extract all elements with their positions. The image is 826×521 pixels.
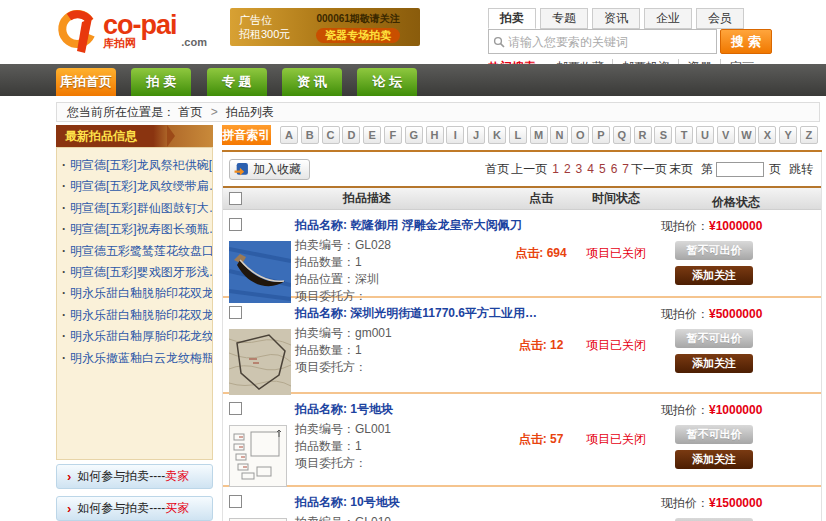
pinyin-letter[interactable]: C [322, 126, 340, 144]
search-box [488, 29, 717, 54]
pinyin-letter[interactable]: X [758, 126, 776, 144]
list-item[interactable]: 明永乐甜白釉厚胎印花龙纹… [62, 326, 209, 347]
page-number[interactable]: 1 [552, 162, 559, 176]
select-item-checkbox[interactable] [229, 218, 242, 231]
list-item[interactable]: 明宣德[五彩]群仙图鼓钉大… [62, 198, 209, 219]
nav-topics[interactable]: 专 题 [207, 68, 267, 96]
item-photo[interactable] [229, 329, 295, 395]
page-next[interactable]: 下一页 [631, 161, 667, 178]
pinyin-letter[interactable]: I [446, 126, 464, 144]
item-title-link[interactable]: 拍品名称: 1号地块 [295, 401, 511, 418]
item-title-link[interactable]: 拍品名称: 10号地块 [295, 494, 511, 511]
pinyin-letter[interactable]: O [571, 126, 589, 144]
pinyin-letter[interactable]: R [634, 126, 652, 144]
jump-page-input[interactable] [716, 162, 764, 177]
item-photo[interactable] [229, 241, 295, 303]
logo-text: co-pai 库拍网 .com [103, 12, 207, 51]
list-item[interactable]: 明宣德[五彩]龙凤祭祀供碗[… [62, 155, 209, 176]
page-first[interactable]: 首页 [485, 161, 509, 178]
pinyin-letter[interactable]: E [363, 126, 381, 144]
click-label: 点击: [519, 338, 547, 352]
pinyin-letter[interactable]: F [384, 126, 402, 144]
pinyin-letter[interactable]: L [509, 126, 527, 144]
map-image [229, 329, 291, 395]
item-quantity: 拍品数量：1 [295, 254, 511, 271]
pinyin-letter[interactable]: Y [779, 126, 797, 144]
pinyin-letter[interactable]: Q [613, 126, 631, 144]
nav-news[interactable]: 资 讯 [282, 68, 342, 96]
status-text: 项目已关闭 [586, 431, 646, 448]
select-item-checkbox[interactable] [229, 402, 242, 415]
page-number[interactable]: 3 [576, 162, 583, 176]
item-title-link[interactable]: 拍品名称: 深圳光明街道11770.6平方工业用… [295, 305, 511, 322]
guide-buyer-link[interactable]: 如何参与拍卖----买家 [56, 496, 213, 521]
list-item[interactable]: 明宣德[五彩]祝寿图长颈瓶… [62, 219, 209, 240]
pinyin-letter[interactable]: N [550, 126, 568, 144]
pinyin-index-label: 拼音索引 [222, 125, 271, 145]
guide-label: 如何参与拍卖---- [77, 468, 165, 485]
search-button[interactable]: 搜 索 [720, 29, 772, 54]
pinyin-letter[interactable]: T [675, 126, 693, 144]
ad-banner[interactable]: 广告位 招租300元 000061期敬请关注 瓷器专场拍卖 [230, 8, 420, 46]
tab-members[interactable]: 会员 [696, 8, 744, 29]
pinyin-letter[interactable]: S [654, 126, 672, 144]
pinyin-letter[interactable]: J [467, 126, 485, 144]
tab-news[interactable]: 资讯 [592, 8, 640, 29]
page: co-pai 库拍网 .com 广告位 招租300元 000061期敬请关注 瓷… [0, 0, 826, 521]
pinyin-letter[interactable]: D [342, 126, 360, 144]
site-plan-image [229, 425, 287, 487]
tab-auction[interactable]: 拍卖 [488, 8, 536, 29]
page-prev[interactable]: 上一页 [511, 161, 547, 178]
breadcrumb-home[interactable]: 首页 [178, 105, 202, 119]
pinyin-letter[interactable]: W [738, 126, 756, 144]
item-title-link[interactable]: 拍品名称: 乾隆御用 浮雕金龙皇帝大阅佩刀 [295, 217, 511, 234]
select-item-checkbox[interactable] [229, 495, 242, 508]
select-all-checkbox[interactable] [229, 192, 242, 205]
add-follow-button[interactable]: 添加关注 [675, 450, 753, 469]
pinyin-letter[interactable]: P [592, 126, 610, 144]
list-item[interactable]: 明永乐撒蓝釉白云龙纹梅瓶[… [62, 348, 209, 369]
add-favorite-button[interactable]: 加入收藏 [229, 159, 310, 180]
header-clicks: 点击 [511, 190, 571, 207]
list-item[interactable]: 明宣德五彩鹭鸶莲花纹盘口… [62, 241, 209, 262]
pinyin-letter[interactable]: Z [800, 126, 818, 144]
item-location: 拍品位置：深圳 [295, 271, 511, 288]
pinyin-letter[interactable]: G [405, 126, 423, 144]
page-number[interactable]: 2 [564, 162, 571, 176]
page-number[interactable]: 5 [599, 162, 606, 176]
pinyin-letter[interactable]: B [301, 126, 319, 144]
table-header: 拍品描述 点击 时间状态 价格状态 [223, 186, 821, 210]
item-photo[interactable] [229, 425, 295, 487]
click-value: 12 [550, 338, 563, 352]
pinyin-letter[interactable]: V [717, 126, 735, 144]
add-follow-button[interactable]: 添加关注 [675, 354, 753, 373]
list-item[interactable]: 明宣德[五彩]龙凤纹绶带扁… [62, 176, 209, 197]
status-text: 项目已关闭 [586, 337, 646, 354]
main-nav: 库拍首页 拍 卖 专 题 资 讯 论 坛 [0, 64, 826, 96]
page-number[interactable]: 7 [622, 162, 629, 176]
nav-home[interactable]: 库拍首页 [56, 68, 116, 96]
select-item-checkbox[interactable] [229, 306, 242, 319]
pinyin-letter[interactable]: K [488, 126, 506, 144]
pinyin-letter[interactable]: A [280, 126, 298, 144]
pinyin-letter[interactable]: M [530, 126, 548, 144]
tab-enterprise[interactable]: 企业 [644, 8, 692, 29]
nav-forum[interactable]: 论 坛 [357, 68, 417, 96]
guide-seller-link[interactable]: 如何参与拍卖----卖家 [56, 464, 213, 489]
list-item[interactable]: 明永乐甜白釉脱胎印花双龙… [62, 305, 209, 326]
copai-logo[interactable]: co-pai 库拍网 .com [56, 4, 207, 58]
add-follow-button[interactable]: 添加关注 [675, 266, 753, 285]
list-item[interactable]: 明宣德[五彩]婴戏图牙形浅… [62, 262, 209, 283]
pinyin-letter[interactable]: H [426, 126, 444, 144]
jump-go-button[interactable]: 跳转 [789, 161, 813, 178]
page-number[interactable]: 4 [587, 162, 594, 176]
guide-em: 买家 [165, 500, 189, 517]
pinyin-index-row: 拼音索引 A B C D E F G H I J K L M N O P Q R… [222, 125, 822, 145]
page-last[interactable]: 末页 [669, 161, 693, 178]
nav-auction[interactable]: 拍 卖 [131, 68, 191, 96]
tab-topics[interactable]: 专题 [540, 8, 588, 29]
list-item[interactable]: 明永乐甜白釉脱胎印花双龙… [62, 283, 209, 304]
pinyin-letter[interactable]: U [696, 126, 714, 144]
search-input[interactable] [508, 35, 712, 49]
page-number[interactable]: 6 [611, 162, 618, 176]
